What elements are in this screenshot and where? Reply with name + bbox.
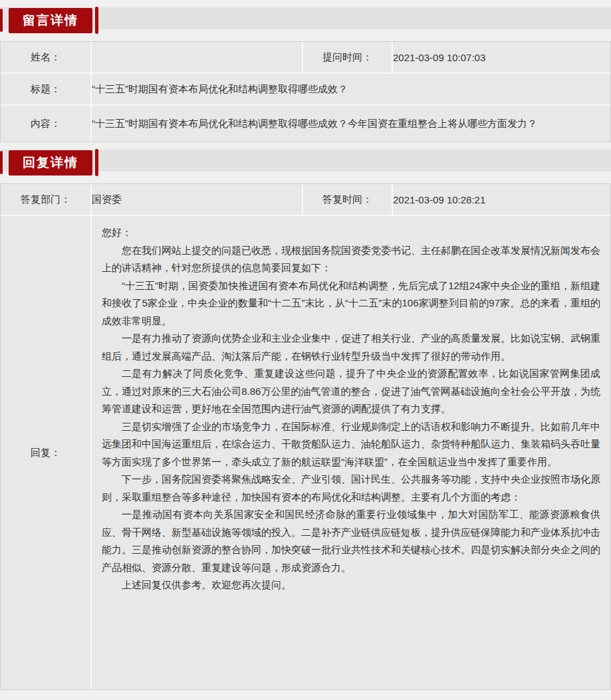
ask-time-label: 提问时间：: [303, 42, 393, 74]
message-table: 姓名： 提问时间： 2021-03-09 10:07:03 标题： “十三五”时…: [0, 41, 611, 142]
reply-paragraph: “十三五”时期，国资委加快推进国有资本布局优化和结构调整，先后完成了12组24家…: [102, 277, 600, 330]
content-label: 内容：: [1, 106, 92, 142]
dept-value: 国资委: [92, 184, 303, 216]
reply-paragraph: 三是切实增强了企业的市场竞争力，在国际标准、行业规则制定上的话语权和影响力不断提…: [102, 418, 600, 471]
ask-time-value: 2021-03-09 10:07:03: [393, 42, 610, 74]
reply-body: 您好： 您在我们网站上提交的问题已收悉，现根据国务院国资委党委书记、主任郝鹏在国…: [92, 216, 610, 689]
reply-paragraph: 下一步，国务院国资委将聚焦战略安全、产业引领、国计民生、公共服务等功能，支持中央…: [102, 471, 600, 506]
table-row: 内容： “十三五”时期国有资本布局优化和结构调整取得哪些成效？今年国资在重组整合…: [1, 106, 610, 142]
right-accent-bar: [95, 149, 98, 176]
message-section-title: 留言详情: [9, 8, 92, 33]
reply-section-header: 回复详情: [0, 148, 611, 177]
reply-table: 答复部门： 国资委 答复时间： 2021-03-09 10:28:21 回复： …: [0, 183, 611, 690]
reply-section-title: 回复详情: [9, 150, 92, 175]
left-accent-bar: [0, 9, 3, 32]
dept-label: 答复部门：: [1, 184, 92, 216]
table-row: 标题： “十三五”时期国有资本布局优化和结构调整取得哪些成效？: [1, 74, 610, 106]
left-accent-bar: [0, 151, 3, 174]
reply-label: 回复：: [1, 216, 92, 689]
reply-time-label: 答复时间：: [303, 184, 393, 216]
subject-label: 标题：: [1, 74, 92, 106]
message-detail-page: 留言详情 姓名： 提问时间： 2021-03-09 10:07:03 标题： “…: [0, 0, 611, 700]
message-section-header: 留言详情: [0, 5, 611, 35]
subject-value: “十三五”时期国有资本布局优化和结构调整取得哪些成效？: [92, 74, 610, 106]
table-row: 姓名： 提问时间： 2021-03-09 10:07:03: [1, 42, 610, 74]
content-value: “十三五”时期国有资本布局优化和结构调整取得哪些成效？今年国资在重组整合上将从哪…: [92, 106, 610, 142]
reply-paragraph: 您在我们网站上提交的问题已收悉，现根据国务院国资委党委书记、主任郝鹏在国企改革发…: [102, 242, 600, 277]
reply-time-value: 2021-03-09 10:28:21: [393, 184, 610, 216]
right-accent-bar: [95, 7, 98, 34]
name-value: [92, 42, 303, 74]
table-row: 回复： 您好： 您在我们网站上提交的问题已收悉，现根据国务院国资委党委书记、主任…: [1, 216, 610, 689]
name-label: 姓名：: [1, 42, 92, 74]
reply-paragraph: 上述回复仅供参考。欢迎您再次提问。: [102, 576, 600, 594]
reply-paragraph: 一是有力推动了资源向优势企业和主业企业集中，促进了相关行业、产业的高质量发展。比…: [102, 330, 600, 365]
reply-paragraph: 一是推动国有资本向关系国家安全和国民经济命脉的重要行业领域集中，加大对国防军工、…: [102, 506, 600, 576]
table-row: 答复部门： 国资委 答复时间： 2021-03-09 10:28:21: [1, 184, 610, 216]
reply-paragraph: 二是有力解决了同质化竞争、重复建设这些问题，提升了中央企业的资源配置效率，比如说…: [102, 365, 600, 418]
reply-paragraph: 您好：: [102, 224, 600, 242]
